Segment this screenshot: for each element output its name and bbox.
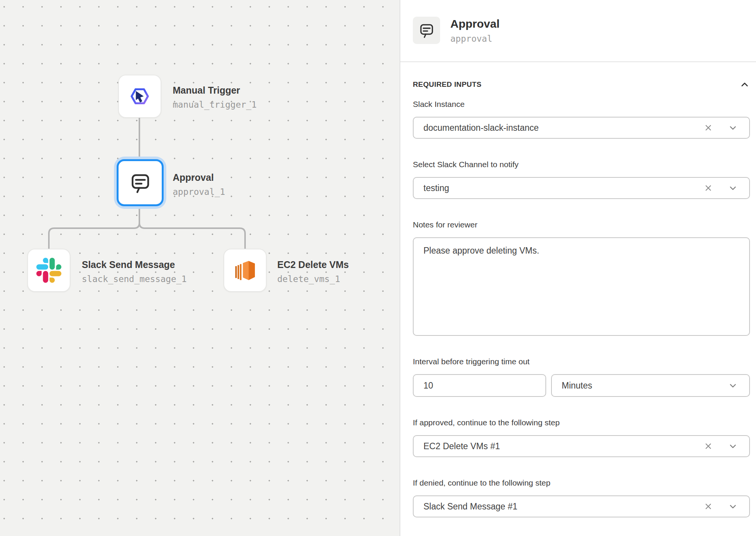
if-approved-value: EC2 Delete VMs #1 — [423, 441, 704, 451]
manual-trigger-hexagon-cursor-icon — [126, 82, 154, 110]
node-label-slack-send-message: Slack Send Message slack_send_message_1 — [82, 259, 187, 284]
dropdown-button[interactable] — [728, 441, 738, 451]
node-id: delete_vms_1 — [277, 274, 349, 284]
slack-channel-select[interactable]: testing — [413, 177, 750, 199]
node-id: approval_1 — [173, 187, 225, 197]
node-label-approval: Approval approval_1 — [173, 172, 225, 197]
node-selection-halo — [114, 157, 166, 209]
approval-chat-bubble-icon — [418, 22, 435, 39]
x-icon — [704, 442, 713, 451]
node-label-manual-trigger: Manual Trigger manual_trigger_1 — [173, 85, 257, 110]
slack-instance-value: documentation-slack-instance — [423, 123, 704, 133]
node-title: EC2 Delete VMs — [277, 259, 349, 270]
node-label-ec2-delete-vms: EC2 Delete VMs delete_vms_1 — [277, 259, 349, 284]
notes-textarea[interactable]: Please approve deleting VMs. — [413, 237, 750, 336]
chevron-down-icon — [728, 183, 738, 193]
dropdown-button[interactable] — [728, 502, 738, 511]
x-icon — [704, 183, 713, 193]
panel-header: Approval approval — [413, 17, 750, 44]
notes-label: Notes for reviewer — [413, 220, 750, 229]
slack-instance-label: Slack Instance — [413, 100, 750, 109]
dropdown-button[interactable] — [728, 381, 738, 390]
section-title: REQUIRED INPUTS — [413, 80, 481, 89]
node-approval[interactable] — [117, 159, 164, 206]
node-title: Manual Trigger — [173, 85, 257, 96]
x-icon — [704, 502, 713, 511]
slack-instance-select[interactable]: documentation-slack-instance — [413, 117, 750, 139]
chevron-down-icon — [728, 123, 738, 133]
node-manual-trigger[interactable] — [118, 75, 161, 118]
workflow-builder-app: Manual Trigger manual_trigger_1 Approval… — [0, 0, 756, 536]
collapse-section-button[interactable] — [739, 79, 750, 90]
step-config-panel: Approval approval REQUIRED INPUTS Slack … — [400, 0, 756, 536]
chevron-up-icon — [739, 79, 750, 90]
if-denied-select[interactable]: Slack Send Message #1 — [413, 495, 750, 517]
dropdown-button[interactable] — [728, 183, 738, 193]
node-slack-send-message[interactable] — [27, 249, 70, 292]
interval-label: Interval before triggering time out — [413, 357, 750, 366]
node-id: slack_send_message_1 — [82, 274, 187, 284]
if-approved-label: If approved, continue to the following s… — [413, 418, 750, 427]
required-inputs-section: REQUIRED INPUTS Slack Instance documenta… — [413, 79, 750, 517]
dropdown-button[interactable] — [728, 123, 738, 133]
panel-header-text: Approval approval — [450, 17, 500, 44]
approval-chat-bubble-icon — [129, 171, 152, 194]
chevron-down-icon — [728, 381, 738, 390]
required-inputs-header: REQUIRED INPUTS — [413, 79, 750, 90]
clear-button[interactable] — [704, 123, 713, 132]
panel-divider — [400, 61, 756, 62]
interval-unit-select[interactable]: Minutes — [551, 374, 750, 397]
interval-unit-value: Minutes — [562, 381, 728, 391]
node-ec2-delete-vms[interactable] — [223, 249, 267, 292]
slack-channel-value: testing — [423, 183, 704, 193]
clear-button[interactable] — [704, 502, 713, 511]
interval-row: Minutes — [413, 374, 750, 397]
panel-title: Approval — [450, 17, 500, 30]
aws-ec2-icon — [232, 257, 258, 283]
node-title: Slack Send Message — [82, 259, 187, 270]
clear-button[interactable] — [704, 183, 713, 193]
workflow-canvas[interactable]: Manual Trigger manual_trigger_1 Approval… — [0, 0, 400, 536]
chevron-down-icon — [728, 441, 738, 451]
node-id: manual_trigger_1 — [173, 100, 257, 110]
slack-logo-icon — [36, 258, 61, 283]
panel-header-icon-box — [413, 17, 440, 44]
if-denied-value: Slack Send Message #1 — [423, 502, 704, 512]
slack-channel-label: Select Slack Channel to notify — [413, 160, 750, 169]
if-approved-select[interactable]: EC2 Delete VMs #1 — [413, 435, 750, 457]
x-icon — [704, 123, 713, 132]
panel-subtitle: approval — [450, 34, 500, 44]
chevron-down-icon — [728, 502, 738, 511]
if-denied-label: If denied, continue to the following ste… — [413, 478, 750, 487]
clear-button[interactable] — [704, 442, 713, 451]
interval-value-input[interactable] — [413, 374, 546, 397]
node-title: Approval — [173, 172, 225, 183]
